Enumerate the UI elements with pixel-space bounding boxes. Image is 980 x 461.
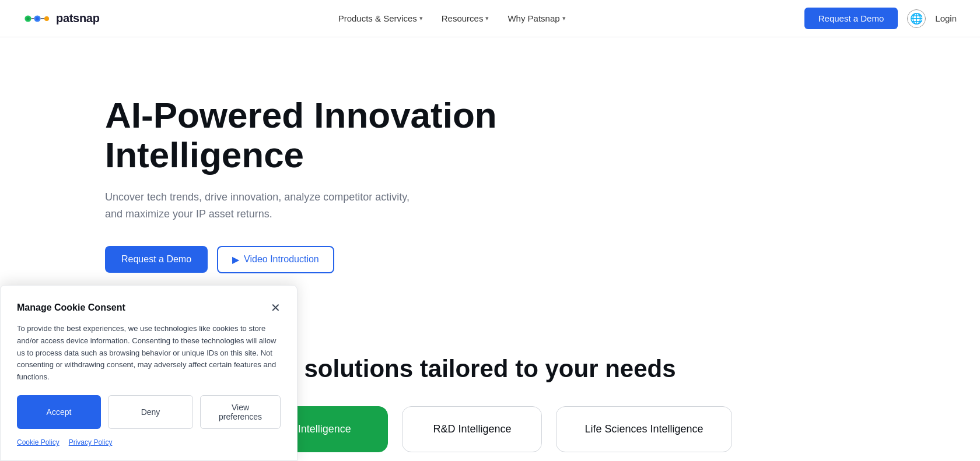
cookie-body: To provide the best experiences, we use …	[17, 323, 281, 383]
cookie-links: Cookie Policy Privacy Policy	[17, 438, 281, 446]
request-demo-hero-button[interactable]: Request a Demo	[105, 246, 208, 273]
svg-point-3	[36, 17, 39, 20]
globe-icon: 🌐	[910, 12, 923, 25]
cookie-deny-button[interactable]: Deny	[108, 395, 193, 429]
solution-card-rd[interactable]: R&D Intelligence	[402, 406, 542, 452]
chevron-down-icon: ▾	[485, 15, 489, 22]
login-button[interactable]: Login	[935, 13, 957, 23]
svg-point-1	[26, 17, 30, 20]
logo[interactable]: patsnap	[23, 10, 100, 27]
cookie-banner: Manage Cookie Consent ✕ To provide the b…	[0, 285, 298, 461]
hero-section: AI-Powered Innovation Intelligence Uncov…	[0, 37, 980, 320]
cookie-policy-link[interactable]: Cookie Policy	[17, 438, 60, 446]
chevron-down-icon: ▾	[419, 15, 423, 22]
nav-why-patsnap[interactable]: Why Patsnap ▾	[508, 13, 565, 23]
nav-resources[interactable]: Resources ▾	[442, 13, 489, 23]
privacy-policy-link[interactable]: Privacy Policy	[69, 438, 113, 446]
svg-point-5	[44, 16, 49, 21]
nav-right: Request a Demo 🌐 Login	[804, 8, 957, 29]
cookie-view-preferences-button[interactable]: View preferences	[200, 395, 281, 429]
nav-products-services[interactable]: Products & Services ▾	[338, 13, 423, 23]
video-intro-button[interactable]: ▶ Video Introduction	[217, 246, 334, 273]
cookie-header: Manage Cookie Consent ✕	[17, 302, 281, 314]
logo-icon	[23, 10, 51, 27]
cookie-close-button[interactable]: ✕	[271, 302, 281, 314]
logo-text: patsnap	[56, 12, 100, 25]
video-icon: ▶	[232, 254, 239, 265]
cookie-actions: Accept Deny View preferences	[17, 395, 281, 429]
hero-buttons: Request a Demo ▶ Video Introduction	[105, 246, 957, 273]
hero-subtitle: Uncover tech trends, drive innovation, a…	[105, 189, 420, 223]
language-selector-button[interactable]: 🌐	[907, 9, 926, 28]
request-demo-nav-button[interactable]: Request a Demo	[804, 8, 898, 29]
nav-links: Products & Services ▾ Resources ▾ Why Pa…	[338, 13, 566, 23]
cookie-title: Manage Cookie Consent	[17, 302, 125, 313]
hero-title: AI-Powered Innovation Intelligence	[105, 96, 513, 175]
chevron-down-icon: ▾	[562, 15, 566, 22]
solution-card-life-sciences[interactable]: Life Sciences Intelligence	[556, 406, 732, 452]
navbar: patsnap Products & Services ▾ Resources …	[0, 0, 980, 37]
cookie-accept-button[interactable]: Accept	[17, 395, 101, 429]
